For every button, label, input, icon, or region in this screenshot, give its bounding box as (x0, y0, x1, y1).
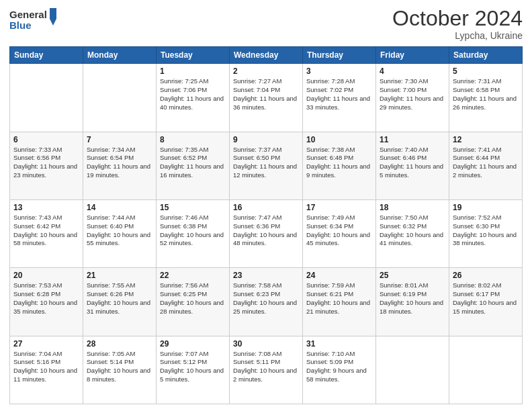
day-number: 21 (87, 271, 152, 280)
day-info: Sunrise: 7:46 AM Sunset: 6:38 PM Dayligh… (160, 214, 226, 248)
month-title: October 2024 (392, 7, 523, 30)
day-info: Sunrise: 8:01 AM Sunset: 6:19 PM Dayligh… (380, 281, 445, 316)
calendar-cell: 30Sunrise: 7:08 AM Sunset: 5:11 PM Dayli… (230, 336, 303, 404)
location: Lypcha, Ukraine (392, 30, 523, 41)
calendar-cell: 22Sunrise: 7:56 AM Sunset: 6:25 PM Dayli… (157, 268, 230, 336)
header-monday: Monday (83, 47, 157, 64)
day-number: 2 (233, 66, 299, 76)
day-info: Sunrise: 7:27 AM Sunset: 7:04 PM Dayligh… (233, 77, 299, 111)
day-info: Sunrise: 7:47 AM Sunset: 6:36 PM Dayligh… (233, 214, 299, 248)
day-info: Sunrise: 7:52 AM Sunset: 6:30 PM Dayligh… (453, 214, 519, 248)
svg-marker-3 (50, 19, 56, 26)
day-info: Sunrise: 7:30 AM Sunset: 7:00 PM Dayligh… (380, 77, 445, 111)
calendar-cell: 12Sunrise: 7:41 AM Sunset: 6:44 PM Dayli… (449, 132, 523, 199)
day-number: 11 (380, 135, 445, 144)
calendar-cell: 31Sunrise: 7:10 AM Sunset: 5:09 PM Dayli… (303, 336, 376, 404)
day-info: Sunrise: 7:38 AM Sunset: 6:48 PM Dayligh… (306, 146, 372, 180)
calendar-cell: 23Sunrise: 7:58 AM Sunset: 6:23 PM Dayli… (230, 268, 303, 336)
calendar-cell: 11Sunrise: 7:40 AM Sunset: 6:46 PM Dayli… (376, 132, 449, 199)
day-info: Sunrise: 7:33 AM Sunset: 6:56 PM Dayligh… (13, 146, 79, 180)
day-number: 4 (380, 66, 445, 76)
day-info: Sunrise: 7:10 AM Sunset: 5:09 PM Dayligh… (306, 350, 372, 384)
calendar-cell: 10Sunrise: 7:38 AM Sunset: 6:48 PM Dayli… (303, 132, 376, 199)
calendar-cell: 1Sunrise: 7:25 AM Sunset: 7:06 PM Daylig… (157, 64, 230, 132)
day-number: 8 (160, 135, 226, 144)
day-info: Sunrise: 7:31 AM Sunset: 6:58 PM Dayligh… (453, 77, 519, 111)
calendar-cell (449, 336, 523, 404)
week-row-5: 27Sunrise: 7:04 AM Sunset: 5:16 PM Dayli… (10, 336, 523, 404)
day-info: Sunrise: 7:59 AM Sunset: 6:21 PM Dayligh… (306, 281, 372, 316)
day-info: Sunrise: 7:34 AM Sunset: 6:54 PM Dayligh… (87, 146, 152, 180)
header-tuesday: Tuesday (157, 47, 230, 64)
day-number: 19 (453, 203, 519, 212)
day-number: 31 (306, 339, 372, 349)
day-number: 20 (13, 271, 79, 280)
day-info: Sunrise: 7:56 AM Sunset: 6:25 PM Dayligh… (160, 281, 226, 316)
week-row-1: 1Sunrise: 7:25 AM Sunset: 7:06 PM Daylig… (10, 64, 523, 132)
day-info: Sunrise: 7:25 AM Sunset: 7:06 PM Dayligh… (160, 77, 226, 111)
calendar-cell: 28Sunrise: 7:05 AM Sunset: 5:14 PM Dayli… (83, 336, 157, 404)
calendar-cell: 9Sunrise: 7:37 AM Sunset: 6:50 PM Daylig… (230, 132, 303, 199)
day-info: Sunrise: 7:44 AM Sunset: 6:40 PM Dayligh… (87, 214, 152, 248)
day-number: 9 (233, 135, 299, 144)
day-number: 6 (13, 135, 79, 144)
day-number: 17 (306, 203, 372, 212)
day-info: Sunrise: 7:58 AM Sunset: 6:23 PM Dayligh… (233, 281, 299, 316)
day-info: Sunrise: 7:07 AM Sunset: 5:12 PM Dayligh… (160, 350, 226, 384)
calendar-cell (83, 64, 157, 132)
week-row-4: 20Sunrise: 7:53 AM Sunset: 6:28 PM Dayli… (10, 268, 523, 336)
day-info: Sunrise: 7:04 AM Sunset: 5:16 PM Dayligh… (13, 350, 79, 384)
day-number: 13 (13, 203, 79, 212)
calendar-cell: 29Sunrise: 7:07 AM Sunset: 5:12 PM Dayli… (157, 336, 230, 404)
day-number: 1 (160, 66, 226, 76)
day-number: 26 (453, 271, 519, 280)
day-info: Sunrise: 7:49 AM Sunset: 6:34 PM Dayligh… (306, 214, 372, 248)
day-number: 15 (160, 203, 226, 212)
calendar-cell: 18Sunrise: 7:50 AM Sunset: 6:32 PM Dayli… (376, 199, 449, 267)
day-number: 23 (233, 271, 299, 280)
day-info: Sunrise: 7:05 AM Sunset: 5:14 PM Dayligh… (87, 350, 152, 384)
svg-text:General: General (9, 9, 47, 20)
day-info: Sunrise: 7:40 AM Sunset: 6:46 PM Dayligh… (380, 146, 445, 180)
day-number: 14 (87, 203, 152, 212)
day-number: 29 (160, 339, 226, 349)
calendar-cell: 17Sunrise: 7:49 AM Sunset: 6:34 PM Dayli… (303, 199, 376, 267)
day-number: 18 (380, 203, 445, 212)
day-info: Sunrise: 7:53 AM Sunset: 6:28 PM Dayligh… (13, 281, 79, 316)
header: General Blue October 2024 Lypcha, Ukrain… (9, 7, 523, 41)
day-number: 24 (306, 271, 372, 280)
svg-text:Blue: Blue (9, 19, 32, 31)
day-info: Sunrise: 7:41 AM Sunset: 6:44 PM Dayligh… (453, 146, 519, 180)
day-number: 22 (160, 271, 226, 280)
header-thursday: Thursday (303, 47, 376, 64)
calendar-cell: 2Sunrise: 7:27 AM Sunset: 7:04 PM Daylig… (230, 64, 303, 132)
day-info: Sunrise: 7:28 AM Sunset: 7:02 PM Dayligh… (306, 77, 372, 111)
day-number: 25 (380, 271, 445, 280)
calendar-cell: 25Sunrise: 8:01 AM Sunset: 6:19 PM Dayli… (376, 268, 449, 336)
calendar-header-row: SundayMondayTuesdayWednesdayThursdayFrid… (10, 47, 523, 64)
day-number: 3 (306, 66, 372, 76)
day-info: Sunrise: 7:35 AM Sunset: 6:52 PM Dayligh… (160, 146, 226, 180)
page: General Blue October 2024 Lypcha, Ukrain… (0, 0, 532, 411)
week-row-2: 6Sunrise: 7:33 AM Sunset: 6:56 PM Daylig… (10, 132, 523, 199)
calendar-cell (376, 336, 449, 404)
header-sunday: Sunday (10, 47, 83, 64)
calendar-cell: 3Sunrise: 7:28 AM Sunset: 7:02 PM Daylig… (303, 64, 376, 132)
calendar-cell (10, 64, 83, 132)
day-info: Sunrise: 7:37 AM Sunset: 6:50 PM Dayligh… (233, 146, 299, 180)
svg-marker-2 (50, 8, 56, 19)
calendar-cell: 7Sunrise: 7:34 AM Sunset: 6:54 PM Daylig… (83, 132, 157, 199)
logo: General Blue (9, 7, 56, 34)
day-number: 7 (87, 135, 152, 144)
calendar-cell: 4Sunrise: 7:30 AM Sunset: 7:00 PM Daylig… (376, 64, 449, 132)
calendar-cell: 24Sunrise: 7:59 AM Sunset: 6:21 PM Dayli… (303, 268, 376, 336)
day-number: 28 (87, 339, 152, 349)
calendar-cell: 20Sunrise: 7:53 AM Sunset: 6:28 PM Dayli… (10, 268, 83, 336)
calendar-cell: 8Sunrise: 7:35 AM Sunset: 6:52 PM Daylig… (157, 132, 230, 199)
day-info: Sunrise: 7:50 AM Sunset: 6:32 PM Dayligh… (380, 214, 445, 248)
calendar-cell: 14Sunrise: 7:44 AM Sunset: 6:40 PM Dayli… (83, 199, 157, 267)
calendar-cell: 19Sunrise: 7:52 AM Sunset: 6:30 PM Dayli… (449, 199, 523, 267)
day-info: Sunrise: 7:43 AM Sunset: 6:42 PM Dayligh… (13, 214, 79, 248)
header-saturday: Saturday (449, 47, 523, 64)
day-number: 5 (453, 66, 519, 76)
